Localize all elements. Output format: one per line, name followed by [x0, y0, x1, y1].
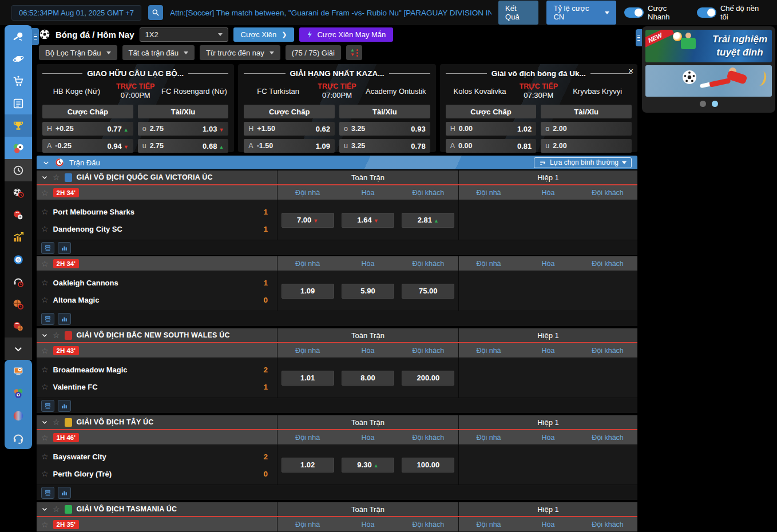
sidebar-item-sphere-game[interactable] — [5, 404, 32, 427]
dark-mode-toggle[interactable]: Chế độ nền tối — [697, 4, 767, 21]
promo-banner-experience[interactable]: NEW Trải nghiệmtuyệt đỉnh — [645, 30, 772, 62]
odds-button-away[interactable]: 2.81 — [402, 213, 454, 228]
sidebar-item-pool[interactable]: 7 — [5, 382, 32, 404]
sidebar-item-support[interactable] — [5, 427, 32, 449]
all-matches-dropdown[interactable]: Tất cả trận đấu — [122, 45, 195, 60]
over-odds-button[interactable]: o3.250.93 — [339, 122, 430, 136]
odds-button-away[interactable]: 200.00 — [402, 371, 454, 386]
sidebar-item-basketball-live[interactable] — [5, 293, 32, 315]
odds-button-draw[interactable]: 9.30 — [342, 458, 394, 473]
favorite-star-icon[interactable]: ☆ — [53, 505, 60, 514]
odds-button-home[interactable]: 1.09 — [282, 284, 334, 299]
favorite-star-icon[interactable]: ☆ — [41, 346, 49, 355]
promo-banner-soccer[interactable] — [645, 65, 772, 97]
handicap-odds-button[interactable]: H0.001.02 — [446, 122, 537, 136]
sidebar-item-virtual-soccer[interactable] — [5, 360, 32, 382]
sidebar-item-trophy[interactable] — [5, 114, 32, 137]
bet-builder-button[interactable] — [41, 487, 54, 499]
favorite-star-icon[interactable]: ☆ — [53, 331, 60, 340]
sort-toggle-button[interactable]: ▲▼ — [346, 45, 362, 60]
favorite-star-icon[interactable]: ☆ — [53, 173, 60, 182]
sidebar-item-soccer[interactable] — [5, 137, 32, 159]
carousel-dot-active[interactable] — [712, 101, 718, 107]
chevron-down-icon[interactable] — [41, 332, 48, 339]
handicap-odds-button[interactable]: H+1.500.62 — [244, 122, 335, 136]
favorite-star-icon[interactable]: ☆ — [41, 452, 49, 461]
favorite-star-icon[interactable]: ☆ — [41, 520, 49, 529]
sidebar-item-esports[interactable] — [5, 25, 32, 47]
favorite-star-icon[interactable]: ☆ — [41, 224, 49, 233]
favorite-star-icon[interactable]: ☆ — [41, 278, 49, 287]
statistics-button[interactable] — [58, 313, 71, 325]
odds-button-away[interactable]: 100.00 — [402, 458, 454, 473]
parlay-button[interactable]: Cược Xiên ❯ — [233, 27, 295, 42]
chevron-down-icon[interactable] — [41, 174, 48, 181]
favorite-star-icon[interactable]: ☆ — [41, 433, 49, 442]
sidebar-item-lottery[interactable]: 9 — [5, 248, 32, 271]
handicap-odds-button[interactable]: A-0.250.94 — [42, 139, 133, 153]
odds-button-draw[interactable]: 5.90 — [342, 284, 394, 299]
odds-button-draw[interactable]: 1.64 — [342, 213, 394, 228]
time-range-dropdown[interactable]: Từ trước đến nay — [200, 45, 280, 60]
handicap-odds-button[interactable]: A0.000.81 — [446, 139, 537, 153]
sidebar-item-planet-sports[interactable] — [5, 47, 32, 70]
sidebar-expand-button[interactable] — [5, 338, 32, 360]
odds-button-home[interactable]: 1.01 — [282, 371, 334, 386]
favorite-star-icon[interactable]: ☆ — [41, 207, 49, 216]
chevron-down-icon[interactable] — [42, 159, 50, 166]
featured-card[interactable]: × Giải vô địch bóng đá Uk... Kolos Koval… — [440, 64, 637, 152]
sidebar-item-finance[interactable] — [5, 226, 32, 248]
sidebar-item-bet-list[interactable] — [5, 92, 32, 114]
sidebar-item-esports-live[interactable] — [5, 271, 32, 293]
handicap-odds-button[interactable]: H+0.250.77 — [42, 122, 133, 136]
bet-builder-button[interactable] — [41, 400, 54, 412]
carousel-dot[interactable] — [700, 101, 706, 107]
sidebar-item-bet-cart[interactable] — [5, 70, 32, 92]
odds-button-home[interactable]: 1.02 — [282, 458, 334, 473]
featured-card[interactable]: GIẢI HẠNG NHẤT KAZA... FC Turkistan TRỰC… — [238, 64, 435, 152]
favorite-star-icon[interactable]: ☆ — [41, 365, 49, 374]
chevron-down-icon[interactable] — [41, 506, 48, 513]
favorite-star-icon[interactable]: ☆ — [41, 295, 49, 304]
match-filter-dropdown[interactable]: Bộ Lọc Trận Đấu — [39, 45, 117, 60]
favorite-star-icon[interactable]: ☆ — [41, 188, 49, 197]
favorite-star-icon[interactable]: ☆ — [41, 469, 49, 478]
quick-bet-toggle[interactable]: Cược Nhanh — [624, 4, 689, 21]
favorite-star-icon[interactable]: ☆ — [41, 382, 49, 391]
league-header[interactable]: ☆ GIẢI VÔ ĐỊCH TASMANIA ÚC Toàn Trận Hiệ… — [37, 501, 637, 517]
statistics-button[interactable] — [58, 400, 71, 412]
sidebar-item-mixed-sports[interactable] — [5, 315, 32, 338]
odds-button-home[interactable]: 7.00 — [282, 213, 334, 228]
sidebar-item-schedule[interactable] — [5, 159, 32, 181]
league-header[interactable]: ☆ GIẢI VÔ ĐỊCH BẮC NEW SOUTH WALES ÚC To… — [37, 327, 637, 343]
over-odds-button[interactable]: o2.00 — [541, 122, 632, 136]
bet-builder-button[interactable] — [41, 313, 54, 325]
chevron-down-icon[interactable] — [41, 419, 48, 426]
odds-button-away[interactable]: 75.00 — [402, 284, 454, 299]
handicap-odds-button[interactable]: A-1.501.09 — [244, 139, 335, 153]
under-odds-button[interactable]: u3.250.78 — [339, 139, 430, 153]
favorite-star-icon[interactable]: ☆ — [41, 259, 49, 268]
statistics-button[interactable] — [58, 487, 71, 499]
selection-mode-dropdown[interactable]: Lựa chọn bình thường — [534, 157, 632, 168]
league-header[interactable]: ☆ GIẢI VÔ ĐỊCH TÂY ÚC Toàn Trận Hiệp 1 — [37, 414, 637, 430]
featured-card[interactable]: GIAO HỮU CÂU LẠC BỘ... HB Koge (Nữ) TRỰC… — [37, 64, 234, 152]
over-odds-button[interactable]: o2.751.03 — [138, 122, 229, 136]
close-icon[interactable]: × — [628, 66, 633, 75]
odds-type-dropdown[interactable]: Tỷ lệ cược CN — [546, 1, 616, 25]
sidebar-item-soccer-live[interactable] — [5, 181, 32, 204]
sidebar-collapse-toggle[interactable] — [32, 28, 39, 45]
sidebar-item-casino[interactable] — [5, 204, 32, 226]
odds-button-draw[interactable]: 8.00 — [342, 371, 394, 386]
promo-panel-collapse-toggle[interactable] — [636, 29, 642, 46]
league-count-chip[interactable]: (75 / 75) Giải — [286, 45, 341, 60]
under-odds-button[interactable]: u2.00 — [541, 139, 632, 153]
results-button[interactable]: Kết Quả — [498, 1, 538, 25]
favorite-star-icon[interactable]: ☆ — [53, 418, 60, 427]
search-button[interactable] — [148, 5, 163, 20]
bet-type-select[interactable]: 1X2 — [140, 27, 228, 42]
lucky-parlay-button[interactable]: Cược Xiên May Mắn — [299, 27, 393, 42]
under-odds-button[interactable]: u2.750.68 — [138, 139, 229, 153]
league-header[interactable]: ☆ GIẢI VÔ ĐỊCH QUỐC GIA VICTORIA ÚC Toàn… — [37, 169, 637, 185]
statistics-button[interactable] — [58, 242, 71, 254]
